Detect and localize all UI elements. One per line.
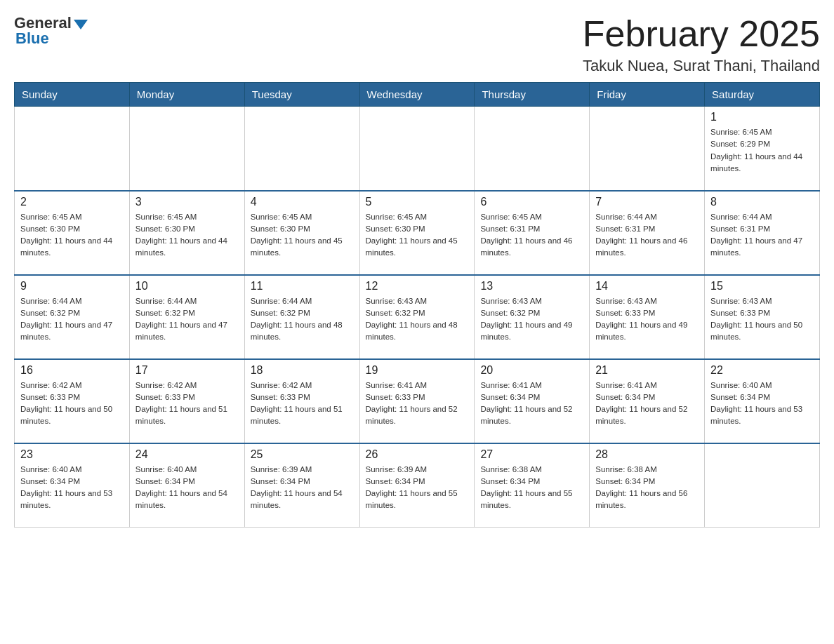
day-number: 26: [366, 448, 469, 461]
day-number: 12: [366, 280, 469, 293]
calendar-cell: 5Sunrise: 6:45 AMSunset: 6:30 PMDaylight…: [359, 191, 475, 275]
calendar-cell: [244, 107, 359, 191]
day-number: 17: [135, 364, 239, 377]
calendar-cell: 8Sunrise: 6:44 AMSunset: 6:31 PMDaylight…: [705, 191, 820, 275]
calendar-cell: 14Sunrise: 6:43 AMSunset: 6:33 PMDayligh…: [590, 275, 705, 359]
day-number: 1: [710, 111, 814, 123]
calendar-cell: 18Sunrise: 6:42 AMSunset: 6:33 PMDayligh…: [244, 359, 359, 443]
day-number: 16: [20, 364, 124, 377]
month-year-title: February 2025: [583, 14, 820, 54]
logo-blue-text: Blue: [15, 29, 49, 48]
day-info: Sunrise: 6:43 AMSunset: 6:33 PMDaylight:…: [710, 295, 814, 344]
calendar-cell: 19Sunrise: 6:41 AMSunset: 6:33 PMDayligh…: [359, 359, 475, 443]
day-info: Sunrise: 6:45 AMSunset: 6:31 PMDaylight:…: [480, 211, 583, 260]
day-info: Sunrise: 6:40 AMSunset: 6:34 PMDaylight:…: [135, 464, 239, 512]
day-number: 18: [251, 364, 354, 377]
calendar-cell: 3Sunrise: 6:45 AMSunset: 6:30 PMDaylight…: [129, 191, 244, 275]
day-info: Sunrise: 6:39 AMSunset: 6:34 PMDaylight:…: [366, 464, 469, 512]
day-info: Sunrise: 6:42 AMSunset: 6:33 PMDaylight:…: [20, 380, 124, 428]
calendar-cell: 11Sunrise: 6:44 AMSunset: 6:32 PMDayligh…: [244, 275, 359, 359]
calendar-header-wednesday: Wednesday: [359, 83, 475, 107]
day-info: Sunrise: 6:40 AMSunset: 6:34 PMDaylight:…: [710, 380, 814, 428]
calendar-header-tuesday: Tuesday: [244, 83, 359, 107]
day-number: 9: [20, 280, 124, 293]
day-number: 19: [366, 364, 469, 377]
day-info: Sunrise: 6:45 AMSunset: 6:29 PMDaylight:…: [710, 126, 814, 175]
calendar-header-sunday: Sunday: [15, 83, 130, 107]
calendar-cell: 26Sunrise: 6:39 AMSunset: 6:34 PMDayligh…: [359, 443, 475, 528]
calendar-cell: 22Sunrise: 6:40 AMSunset: 6:34 PMDayligh…: [705, 359, 820, 443]
day-number: 22: [710, 364, 814, 377]
day-info: Sunrise: 6:44 AMSunset: 6:32 PMDaylight:…: [251, 295, 354, 344]
location-subtitle: Takuk Nuea, Surat Thani, Thailand: [583, 57, 820, 75]
day-number: 2: [20, 196, 124, 208]
day-info: Sunrise: 6:40 AMSunset: 6:34 PMDaylight:…: [20, 464, 124, 512]
day-number: 11: [251, 280, 354, 293]
calendar-cell: [15, 107, 130, 191]
day-info: Sunrise: 6:45 AMSunset: 6:30 PMDaylight:…: [20, 211, 124, 260]
day-number: 10: [135, 280, 239, 293]
calendar-cell: 1Sunrise: 6:45 AMSunset: 6:29 PMDaylight…: [705, 107, 820, 191]
day-number: 7: [595, 196, 699, 208]
calendar-week-row: 1Sunrise: 6:45 AMSunset: 6:29 PMDaylight…: [15, 107, 820, 191]
day-info: Sunrise: 6:44 AMSunset: 6:31 PMDaylight:…: [595, 211, 699, 260]
calendar-header-friday: Friday: [590, 83, 705, 107]
title-block: February 2025 Takuk Nuea, Surat Thani, T…: [583, 14, 820, 75]
logo: General Blue: [14, 14, 88, 48]
day-info: Sunrise: 6:45 AMSunset: 6:30 PMDaylight:…: [366, 211, 469, 260]
day-info: Sunrise: 6:39 AMSunset: 6:34 PMDaylight:…: [251, 464, 354, 512]
calendar-cell: [359, 107, 475, 191]
day-number: 21: [595, 364, 699, 377]
day-number: 20: [480, 364, 583, 377]
calendar-cell: 10Sunrise: 6:44 AMSunset: 6:32 PMDayligh…: [129, 275, 244, 359]
day-info: Sunrise: 6:43 AMSunset: 6:32 PMDaylight:…: [480, 295, 583, 344]
calendar-cell: 4Sunrise: 6:45 AMSunset: 6:30 PMDaylight…: [244, 191, 359, 275]
day-info: Sunrise: 6:44 AMSunset: 6:32 PMDaylight:…: [135, 295, 239, 344]
day-number: 13: [480, 280, 583, 293]
calendar-header-thursday: Thursday: [475, 83, 590, 107]
calendar-cell: 17Sunrise: 6:42 AMSunset: 6:33 PMDayligh…: [129, 359, 244, 443]
calendar-cell: [590, 107, 705, 191]
day-info: Sunrise: 6:41 AMSunset: 6:34 PMDaylight:…: [595, 380, 699, 428]
day-info: Sunrise: 6:38 AMSunset: 6:34 PMDaylight:…: [595, 464, 699, 512]
calendar-cell: 13Sunrise: 6:43 AMSunset: 6:32 PMDayligh…: [475, 275, 590, 359]
calendar-cell: 27Sunrise: 6:38 AMSunset: 6:34 PMDayligh…: [475, 443, 590, 528]
calendar-cell: 12Sunrise: 6:43 AMSunset: 6:32 PMDayligh…: [359, 275, 475, 359]
day-number: 3: [135, 196, 239, 208]
day-info: Sunrise: 6:42 AMSunset: 6:33 PMDaylight:…: [251, 380, 354, 428]
day-number: 14: [595, 280, 699, 293]
calendar-cell: 23Sunrise: 6:40 AMSunset: 6:34 PMDayligh…: [15, 443, 130, 528]
day-info: Sunrise: 6:43 AMSunset: 6:33 PMDaylight:…: [595, 295, 699, 344]
calendar-cell: 16Sunrise: 6:42 AMSunset: 6:33 PMDayligh…: [15, 359, 130, 443]
calendar-cell: 6Sunrise: 6:45 AMSunset: 6:31 PMDaylight…: [475, 191, 590, 275]
calendar-header-saturday: Saturday: [705, 83, 820, 107]
calendar-cell: [475, 107, 590, 191]
day-info: Sunrise: 6:38 AMSunset: 6:34 PMDaylight:…: [480, 464, 583, 512]
calendar-cell: 7Sunrise: 6:44 AMSunset: 6:31 PMDaylight…: [590, 191, 705, 275]
calendar-cell: [705, 443, 820, 528]
calendar-cell: 9Sunrise: 6:44 AMSunset: 6:32 PMDaylight…: [15, 275, 130, 359]
calendar-cell: 2Sunrise: 6:45 AMSunset: 6:30 PMDaylight…: [15, 191, 130, 275]
day-number: 28: [595, 448, 699, 461]
calendar-cell: [129, 107, 244, 191]
calendar-header-monday: Monday: [129, 83, 244, 107]
day-info: Sunrise: 6:43 AMSunset: 6:32 PMDaylight:…: [366, 295, 469, 344]
day-info: Sunrise: 6:42 AMSunset: 6:33 PMDaylight:…: [135, 380, 239, 428]
calendar-week-row: 16Sunrise: 6:42 AMSunset: 6:33 PMDayligh…: [15, 359, 820, 443]
logo-arrow-icon: [74, 20, 88, 29]
day-info: Sunrise: 6:41 AMSunset: 6:34 PMDaylight:…: [480, 380, 583, 428]
day-info: Sunrise: 6:41 AMSunset: 6:33 PMDaylight:…: [366, 380, 469, 428]
calendar-cell: 24Sunrise: 6:40 AMSunset: 6:34 PMDayligh…: [129, 443, 244, 528]
page-header: General Blue February 2025 Takuk Nuea, S…: [14, 14, 820, 75]
day-number: 4: [251, 196, 354, 208]
calendar-header-row: SundayMondayTuesdayWednesdayThursdayFrid…: [15, 83, 820, 107]
calendar-cell: 20Sunrise: 6:41 AMSunset: 6:34 PMDayligh…: [475, 359, 590, 443]
calendar-week-row: 9Sunrise: 6:44 AMSunset: 6:32 PMDaylight…: [15, 275, 820, 359]
day-number: 5: [366, 196, 469, 208]
calendar-cell: 28Sunrise: 6:38 AMSunset: 6:34 PMDayligh…: [590, 443, 705, 528]
calendar-cell: 25Sunrise: 6:39 AMSunset: 6:34 PMDayligh…: [244, 443, 359, 528]
day-info: Sunrise: 6:45 AMSunset: 6:30 PMDaylight:…: [251, 211, 354, 260]
calendar-table: SundayMondayTuesdayWednesdayThursdayFrid…: [14, 82, 820, 528]
day-number: 23: [20, 448, 124, 461]
calendar-cell: 21Sunrise: 6:41 AMSunset: 6:34 PMDayligh…: [590, 359, 705, 443]
